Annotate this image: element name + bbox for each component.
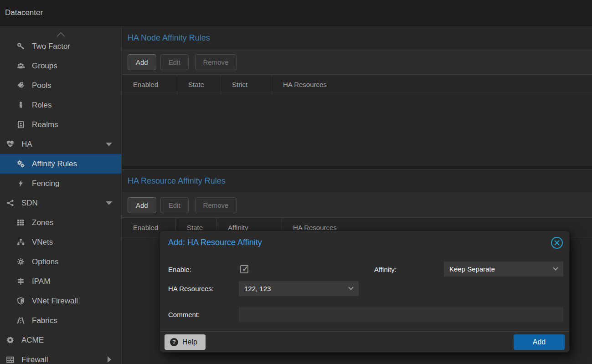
chevron-down-icon (348, 285, 353, 290)
column-header-strict[interactable]: Strict (221, 75, 272, 94)
chevron-down-icon (553, 265, 558, 270)
sidebar-item-sdn[interactable]: SDN (0, 193, 121, 213)
network-icon (6, 199, 16, 207)
comment-input[interactable] (239, 307, 563, 322)
signpost-icon (17, 277, 27, 285)
sidebar-item-pools[interactable]: Pools (0, 76, 121, 95)
heartbeat-icon (6, 140, 16, 148)
sidebar-item-zones[interactable]: Zones (0, 213, 121, 232)
affinity-select-value: Keep Separate (449, 265, 495, 273)
column-header-enabled[interactable]: Enabled (122, 75, 177, 94)
sidebar-item-vnets[interactable]: VNets (0, 232, 121, 252)
ha-node-affinity-table-body (122, 94, 592, 166)
sitemap-icon (17, 238, 27, 246)
ha-resources-select[interactable]: 122, 123 (239, 281, 359, 296)
sidebar-item-label: Options (32, 257, 59, 267)
brick-wall-icon (6, 356, 16, 364)
sidebar-item-label: Firewall (21, 355, 48, 364)
column-header-state[interactable]: State (177, 75, 221, 94)
sidebar-item-label: HA (21, 140, 32, 149)
chevron-right-icon[interactable] (108, 356, 111, 363)
gear-icon (17, 258, 27, 266)
sidebar-item-label: Roles (32, 101, 51, 110)
users-icon (17, 62, 27, 70)
sidebar-item-roles[interactable]: Roles (0, 95, 121, 115)
shield-icon (17, 297, 27, 305)
sidebar-item-label: Fencing (32, 179, 59, 188)
gears-icon (17, 160, 27, 168)
sidebar-item-ha[interactable]: HA (0, 134, 121, 154)
bolt-icon (17, 179, 27, 187)
edit-button: Edit (160, 54, 189, 70)
dialog-footer: Help Add (160, 331, 569, 352)
add-ha-resource-affinity-dialog: Add: HA Resource Affinity Enable: Affini… (160, 231, 570, 353)
panel-title: HA Resource Affinity Rules (128, 176, 226, 186)
panel-splitter[interactable] (122, 166, 592, 169)
ha-node-affinity-toolbar: Add Edit Remove (122, 50, 592, 75)
close-icon[interactable] (551, 237, 563, 249)
column-header-ha-resources[interactable]: HA Resources (272, 75, 432, 94)
page-title: Datacenter (0, 8, 43, 17)
ha-node-affinity-table-header: Enabled State Strict HA Resources (122, 75, 592, 94)
ha-resource-affinity-toolbar: Add Edit Remove (122, 193, 592, 218)
tags-icon (17, 82, 27, 89)
sidebar-item-label: Fabrics (32, 316, 57, 325)
sidebar-scroll-up[interactable] (0, 26, 121, 36)
question-icon (170, 338, 178, 346)
sidebar-item-label: Pools (32, 81, 51, 90)
road-icon (17, 317, 27, 324)
chevron-down-icon[interactable] (106, 143, 112, 146)
sidebar-item-label: Realms (32, 120, 58, 129)
help-button[interactable]: Help (165, 334, 206, 350)
affinity-label: Affinity: (374, 266, 396, 273)
sidebar-item-label: Zones (32, 218, 53, 227)
sidebar-item-label: IPAM (32, 277, 50, 286)
sidebar-item-ipam[interactable]: IPAM (0, 272, 121, 291)
sidebar-item-options[interactable]: Options (0, 252, 121, 272)
sidebar-item-label: VNets (32, 238, 53, 247)
sidebar-item-label: Affinity Rules (32, 159, 77, 169)
user-icon (17, 101, 27, 109)
sidebar-item-firewall[interactable]: Firewall (0, 350, 121, 364)
sidebar-item-affinity-rules[interactable]: Affinity Rules (0, 154, 121, 174)
chevron-down-icon[interactable] (106, 201, 112, 205)
edit-button: Edit (160, 197, 189, 213)
sidebar-item-label: Two Factor (32, 42, 70, 51)
sidebar-item-fabrics[interactable]: Fabrics (0, 311, 121, 330)
sidebar-item-label: ACME (21, 336, 44, 345)
ha-node-affinity-panel-header: HA Node Affinity Rules (122, 26, 592, 50)
sidebar-item-realms[interactable]: Realms (0, 115, 121, 134)
grid-icon (17, 219, 27, 226)
key-icon (17, 42, 27, 50)
remove-button: Remove (195, 54, 237, 70)
ha-resource-affinity-panel-header: HA Resource Affinity Rules (122, 169, 592, 193)
sidebar-item-acme[interactable]: ACME (0, 330, 121, 350)
ha-resources-select-value: 122, 123 (244, 285, 271, 292)
sidebar-item-fencing[interactable]: Fencing (0, 174, 121, 193)
comment-label: Comment: (168, 311, 200, 318)
dialog-title: Add: HA Resource Affinity (168, 238, 262, 247)
certificate-icon (6, 336, 16, 344)
sidebar: Two Factor Groups Pools Roles Realms HA … (0, 26, 122, 364)
enable-label: Enable: (168, 266, 191, 273)
sidebar-item-label: Groups (32, 62, 57, 71)
sidebar-item-label: VNet Firewall (32, 297, 78, 306)
top-bar: Datacenter (0, 0, 592, 26)
sidebar-item-vnet-firewall[interactable]: VNet Firewall (0, 291, 121, 311)
enable-checkbox[interactable] (240, 265, 248, 273)
sidebar-item-groups[interactable]: Groups (0, 56, 121, 76)
panel-title: HA Node Affinity Rules (128, 33, 210, 43)
sidebar-item-label: SDN (21, 199, 38, 208)
add-button[interactable]: Add (128, 54, 156, 70)
ha-resources-label: HA Resources: (168, 285, 214, 292)
remove-button: Remove (195, 197, 237, 213)
help-button-label: Help (182, 338, 197, 346)
address-book-icon (17, 121, 27, 128)
sidebar-item-two-factor[interactable]: Two Factor (0, 36, 121, 56)
add-button[interactable]: Add (128, 197, 156, 213)
add-submit-button[interactable]: Add (514, 334, 565, 350)
affinity-select[interactable]: Keep Separate (444, 261, 563, 277)
